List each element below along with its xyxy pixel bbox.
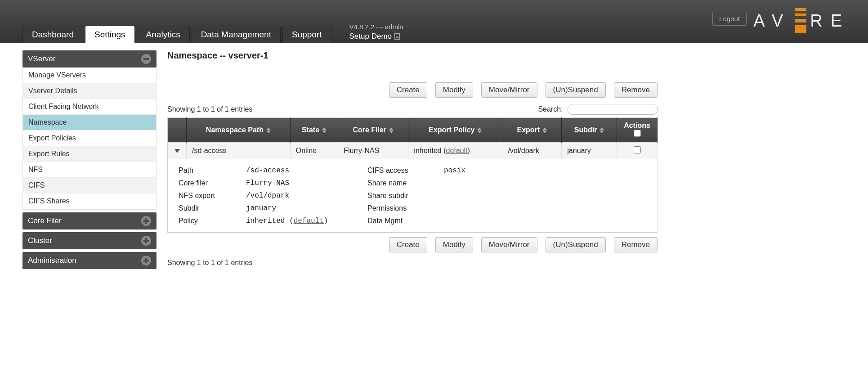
sidebar-item-label: CIFS Shares [28,197,70,205]
select-all-checkbox[interactable] [634,130,641,137]
tab-dashboard[interactable]: Dashboard [22,26,83,43]
create-button[interactable]: Create [389,82,427,98]
tab-label: Data Management [201,30,271,39]
tab-analytics[interactable]: Analytics [137,26,190,43]
logout-button[interactable]: Logout [712,12,747,26]
col-subdir[interactable]: Subdir [562,118,617,143]
brand-letters-right: RE [810,11,850,31]
sidebar-item-label: Client Facing Network [28,103,99,110]
create-button[interactable]: Create [389,237,427,252]
col-actions: Actions [617,118,658,143]
sidebar-item-cifs[interactable]: CIFS [23,178,156,194]
sidebar-group-cluster[interactable]: Cluster [22,232,157,249]
detail-label-path: Path [179,166,242,175]
sort-icon [389,127,394,133]
table-row-detail: Path /sd-access CIFS access posix Core f… [168,159,658,233]
table-row[interactable]: /sd-access Online Flurry-NAS inherited (… [168,143,658,159]
sidebar-group-administration[interactable]: Administration [22,252,157,269]
search-input[interactable] [568,104,658,115]
cell-export-policy: inherited (default) [408,143,502,159]
move-mirror-button[interactable]: Move/Mirror [481,237,537,252]
version-info: V4.8.2.2 --- admin Setup Demo [349,22,403,41]
sort-icon [542,127,547,133]
svg-rect-1 [795,14,806,16]
default-policy-link[interactable]: default [294,217,324,225]
modify-button[interactable]: Modify [435,237,473,252]
expand-row-icon[interactable] [174,149,180,153]
table-header-row: Namespace Path State Core Filer Export P… [168,118,658,143]
sidebar-item-cifs-shares[interactable]: CIFS Shares [23,194,156,209]
col-core-filer[interactable]: Core Filer [338,118,408,143]
svg-rect-3 [795,25,806,33]
suspend-button[interactable]: (Un)Suspend [546,237,606,252]
sidebar-items-vserver: Manage VServers Vserver Details Client F… [22,68,157,210]
detail-label-subdir: Subdir [179,204,242,212]
top-bar: Dashboard Settings Analytics Data Manage… [0,0,868,43]
detail-value-cifs-access: posix [444,166,534,175]
suspend-button[interactable]: (Un)Suspend [546,82,606,98]
detail-label-policy: Policy [179,217,242,225]
sort-icon [266,127,271,133]
sidebar-item-label: Namespace [28,118,67,126]
sidebar-group-label: VServer [28,54,55,63]
cell-export: /vol/dpark [502,143,562,159]
detail-value-permissions [444,204,534,212]
brand-letters-left: AV [753,11,791,31]
sidebar-group-core-filer[interactable]: Core Filer [22,212,157,230]
sort-icon [322,127,327,133]
sidebar-item-export-rules[interactable]: Export Rules [23,146,156,162]
sidebar-item-export-policies[interactable]: Export Policies [23,130,156,146]
sidebar-group-vserver[interactable]: VServer [22,50,157,68]
sidebar-item-vserver-details[interactable]: Vserver Details [23,83,156,99]
remove-button[interactable]: Remove [614,82,658,98]
move-mirror-button[interactable]: Move/Mirror [481,82,537,98]
sidebar-item-label: Manage VServers [28,71,86,79]
detail-label-share-name: Share name [367,179,439,187]
sidebar-item-client-facing-network[interactable]: Client Facing Network [23,99,156,115]
row-checkbox[interactable] [634,146,641,153]
col-export[interactable]: Export [502,118,562,143]
cell-state: Online [290,143,338,159]
sidebar-group-label: Administration [28,256,76,265]
default-policy-link[interactable]: default [446,147,467,154]
entries-info: Showing 1 to 1 of 1 entries [167,105,252,113]
detail-value-subdir: january [246,204,363,212]
entries-info-bottom: Showing 1 to 1 of 1 entries [167,259,658,267]
search-label: Search: [538,104,658,115]
tab-settings[interactable]: Settings [85,26,135,43]
modify-button[interactable]: Modify [435,82,473,98]
tab-bar: Dashboard Settings Analytics Data Manage… [22,26,331,43]
sidebar: VServer Manage VServers Vserver Details … [22,50,157,269]
tab-data-management[interactable]: Data Management [192,26,281,43]
detail-value-share-subdir [444,192,534,200]
detail-label-share-subdir: Share subdir [367,192,439,200]
search-row: Showing 1 to 1 of 1 entries Search: [167,104,658,115]
remove-button[interactable]: Remove [614,237,658,252]
col-export-policy[interactable]: Export Policy [408,118,502,143]
collapse-icon [141,54,151,64]
detail-value-path: /sd-access [246,166,363,175]
detail-label-permissions: Permissions [367,204,439,212]
sidebar-item-nfs[interactable]: NFS [23,162,156,178]
col-namespace-path[interactable]: Namespace Path [187,118,291,143]
detail-label-data-mgmt: Data Mgmt [367,217,439,225]
document-icon [394,33,400,40]
detail-label-core-filer: Core filer [179,179,242,187]
sidebar-item-label: Vserver Details [28,87,77,94]
sidebar-item-label: NFS [28,166,43,173]
setup-line[interactable]: Setup Demo [349,32,403,41]
col-state[interactable]: State [290,118,338,143]
svg-rect-0 [795,8,806,11]
expand-icon [141,216,151,226]
sidebar-item-manage-vservers[interactable]: Manage VServers [23,68,156,83]
svg-rect-2 [795,19,806,22]
sidebar-item-label: CIFS [28,181,45,189]
sidebar-group-label: Core Filer [28,216,62,225]
sidebar-item-namespace[interactable]: Namespace [23,115,156,130]
sort-icon [477,127,482,133]
namespace-table: Namespace Path State Core Filer Export P… [167,117,658,233]
detail-value-data-mgmt [444,217,534,225]
tab-support[interactable]: Support [282,26,331,43]
button-bar-top: Create Modify Move/Mirror (Un)Suspend Re… [167,82,658,98]
sort-icon [600,127,604,133]
